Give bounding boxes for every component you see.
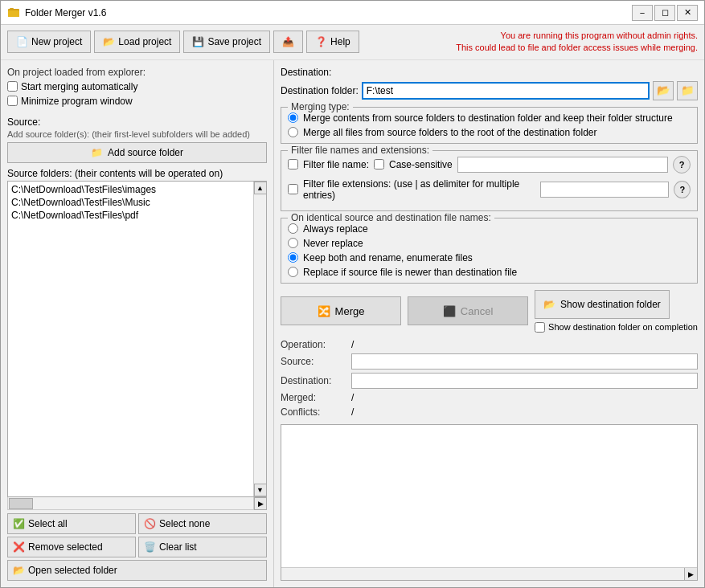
clear-list-button[interactable]: 🗑️ Clear list (138, 537, 267, 557)
browse-folder-button[interactable]: 📂 (653, 81, 674, 100)
merge-option1-row: Merge contents from source folders to de… (288, 112, 691, 124)
save-project-label: Save project (207, 36, 261, 47)
keep-both-row: Keep both and rename, enumerate files (288, 252, 691, 263)
keep-both-radio[interactable] (288, 252, 298, 263)
select-none-label: Select none (159, 518, 210, 529)
show-dest-completion-row: Show destination folder on completion (535, 322, 698, 333)
add-source-btn-label: Add source folder (108, 147, 183, 158)
merge-option1-label[interactable]: Merge contents from source folders to de… (303, 112, 673, 124)
h-scroll-right[interactable]: ▶ (254, 497, 267, 510)
add-source-folder-button[interactable]: 📁 Add source folder (7, 142, 267, 163)
add-source-icon: 📁 (91, 147, 103, 158)
filter-ext-row: Filter file extensions: (use | as delimi… (288, 178, 691, 201)
filter-name-label[interactable]: Filter file name: (303, 159, 369, 170)
horizontal-scroll-area: ▶ (7, 497, 267, 510)
svg-rect-1 (8, 10, 19, 17)
warning-line1: You are running this program without adm… (456, 30, 698, 42)
replace-newer-row: Replace if source file is newer than des… (288, 267, 691, 278)
merge-option2-radio[interactable] (288, 127, 298, 137)
start-merging-checkbox[interactable] (7, 81, 18, 92)
identical-names-group: On identical source and destination file… (281, 218, 698, 284)
scroll-up-arrow[interactable]: ▲ (254, 182, 267, 194)
select-all-label: Select all (28, 518, 68, 529)
bottom-buttons: ✅ Select all 🚫 Select none ❌ Remove sele… (7, 513, 267, 581)
merged-label: Merged: (281, 392, 345, 403)
scroll-down-arrow[interactable]: ▼ (254, 484, 267, 496)
new-project-button[interactable]: 📄 New project (7, 31, 91, 53)
case-sensitive-label[interactable]: Case-sensitive (389, 159, 453, 170)
load-project-label: Load project (118, 36, 171, 47)
show-dest-folder-button[interactable]: 📂 Show destination folder (535, 290, 670, 319)
save-project-button[interactable]: 💾 Save project (183, 31, 270, 53)
merge-option2-label[interactable]: Merge all files from source folders to t… (303, 127, 597, 138)
case-sensitive-checkbox[interactable] (374, 159, 384, 169)
filter-ext-input[interactable] (540, 182, 669, 198)
h-scroll-thumb[interactable] (9, 498, 33, 509)
source-folders-list-container: C:\NetDownload\TestFiles\images C:\NetDo… (7, 181, 267, 497)
filter-ext-help-button[interactable]: ? (674, 181, 691, 198)
add-source-desc: Add source folder(s): (their first-level… (7, 129, 267, 139)
on-project-label: On project loaded from explorer: (7, 67, 267, 78)
always-replace-row: Always replace (288, 223, 691, 235)
minimize-window-label[interactable]: Minimize program window (21, 96, 133, 107)
minimize-window-checkbox[interactable] (7, 96, 18, 106)
select-all-button[interactable]: ✅ Select all (7, 513, 136, 534)
destination-section-label: Destination: (281, 67, 698, 78)
app-icon (7, 6, 20, 19)
open-selected-folder-button[interactable]: 📂 Open selected folder (7, 560, 267, 581)
merge-option1-radio[interactable] (288, 112, 298, 123)
filter-ext-checkbox[interactable] (288, 184, 298, 194)
cancel-button[interactable]: ⬛ Cancel (408, 296, 528, 325)
never-replace-label[interactable]: Never replace (303, 238, 363, 249)
start-merging-label[interactable]: Start merging automatically (21, 81, 137, 92)
show-dest-container: 📂 Show destination folder Show destinati… (535, 290, 698, 333)
h-scrollbar[interactable] (7, 497, 254, 510)
maximize-button[interactable]: ◻ (654, 5, 675, 21)
toolbar: 📄 New project 📂 Load project 💾 Save proj… (1, 25, 704, 60)
operation-value: / (351, 339, 354, 350)
filter-label: Filter file names and extensions: (288, 145, 432, 156)
merged-row: Merged: / (281, 392, 698, 403)
destination-info-value (351, 373, 698, 389)
export-button[interactable]: 📤 (273, 31, 303, 53)
list-item[interactable]: C:\NetDownload\TestFiles\Music (10, 196, 252, 209)
folders-label: Source folders: (their contents will be … (7, 168, 267, 179)
merge-button[interactable]: 🔀 Merge (281, 296, 401, 325)
warning-line2: This could lead to file and folder acces… (456, 42, 698, 54)
keep-both-label[interactable]: Keep both and rename, enumerate files (303, 252, 473, 263)
log-scroll-right[interactable]: ▶ (684, 568, 697, 581)
title-bar-left: Folder Merger v1.6 (7, 6, 106, 19)
remove-selected-button[interactable]: ❌ Remove selected (7, 537, 136, 557)
show-dest-completion-checkbox[interactable] (535, 322, 545, 333)
show-dest-btn-label: Show destination folder (560, 299, 661, 310)
new-project-label: New project (31, 36, 82, 47)
list-item[interactable]: C:\NetDownload\TestFiles\pdf (10, 209, 252, 222)
load-project-button[interactable]: 📂 Load project (94, 31, 180, 53)
always-replace-label[interactable]: Always replace (303, 223, 368, 235)
filter-name-checkbox[interactable] (288, 159, 298, 169)
log-h-scrollbar[interactable]: ▶ (281, 567, 697, 580)
filter-name-help-button[interactable]: ? (673, 156, 691, 174)
help-button[interactable]: ❓ Help (306, 31, 359, 53)
never-replace-radio[interactable] (288, 238, 298, 248)
open-selected-label: Open selected folder (28, 565, 117, 576)
show-dest-completion-label[interactable]: Show destination folder on completion (548, 322, 698, 332)
open-dest-icon: 📁 (681, 84, 695, 96)
select-none-button[interactable]: 🚫 Select none (138, 513, 267, 534)
open-dest-folder-button[interactable]: 📁 (677, 81, 698, 100)
list-item[interactable]: C:\NetDownload\TestFiles\images (10, 183, 252, 196)
dest-folder-input[interactable] (362, 82, 650, 100)
close-button[interactable]: ✕ (677, 5, 698, 21)
replace-newer-radio[interactable] (288, 267, 298, 277)
title-bar: Folder Merger v1.6 − ◻ ✕ (1, 1, 704, 25)
minimize-button[interactable]: − (632, 5, 653, 21)
operation-row: Operation: / (281, 339, 698, 350)
destination-info-label: Destination: (281, 375, 345, 386)
filter-name-input[interactable] (457, 157, 668, 173)
destination-info-row: Destination: (281, 373, 698, 389)
replace-newer-label[interactable]: Replace if source file is newer than des… (303, 267, 517, 278)
conflicts-label: Conflicts: (281, 406, 345, 418)
filter-ext-label[interactable]: Filter file extensions: (use | as delimi… (303, 178, 535, 201)
always-replace-radio[interactable] (288, 223, 298, 234)
vertical-scrollbar[interactable]: ▲ ▼ (253, 182, 266, 496)
